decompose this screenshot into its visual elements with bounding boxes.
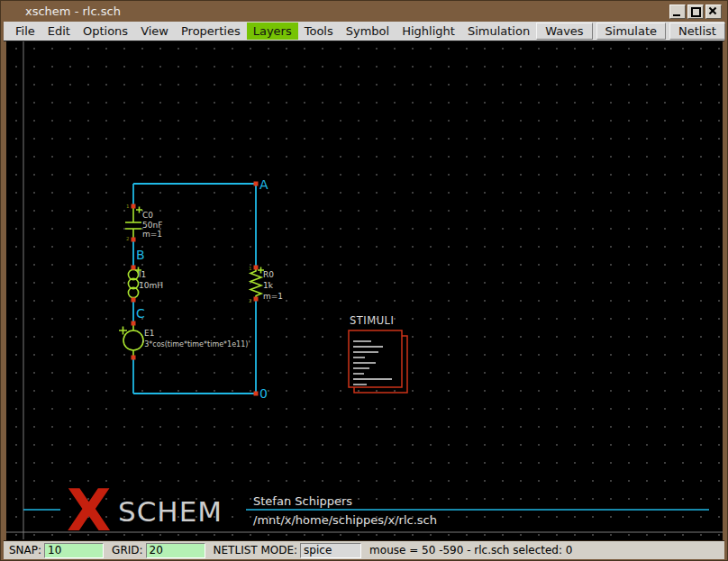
maximize-button[interactable]: [687, 5, 704, 19]
menu-options[interactable]: Options: [77, 23, 134, 40]
menu-layers[interactable]: Layers: [247, 23, 298, 40]
node-label-gnd[interactable]: 0: [259, 386, 268, 401]
inductor-name[interactable]: l1: [139, 270, 146, 279]
waves-button[interactable]: Waves: [536, 23, 592, 40]
netlist-mode-label: NETLIST MODE:: [214, 544, 298, 556]
netlist-mode-input[interactable]: [300, 543, 361, 558]
snap-label: SNAP:: [9, 544, 41, 556]
netlist-button[interactable]: Netlist: [669, 23, 725, 40]
source-name[interactable]: E1: [144, 329, 154, 338]
window-controls: [669, 5, 722, 19]
resistor-value[interactable]: 1k: [263, 281, 274, 290]
node-label-b[interactable]: B: [136, 248, 145, 262]
capacitor-value[interactable]: 50nF: [142, 221, 162, 230]
stimuli-label: STIMULI: [350, 314, 394, 327]
title-block[interactable]: X SCHEM Stefan Schippers /mnt/x/home/sch…: [67, 477, 437, 540]
menu-edit[interactable]: Edit: [41, 23, 77, 40]
close-button[interactable]: [705, 5, 722, 19]
file-path-text: /mnt/x/home/schippes/x/rlc.sch: [253, 513, 437, 527]
mouse-status-text: mouse = 50 -590 - rlc.sch selected: 0: [369, 544, 572, 556]
resistor-symbol[interactable]: [250, 267, 264, 301]
menu-view[interactable]: View: [134, 23, 175, 40]
menu-file[interactable]: File: [9, 23, 41, 40]
svg-text:2: 2: [126, 236, 130, 241]
menu-highlight[interactable]: Highlight: [396, 23, 461, 40]
capacitor-symbol[interactable]: [125, 207, 142, 239]
svg-text:2: 2: [249, 298, 252, 303]
xschem-window: { "window": { "title": "xschem - rlc.sch…: [0, 0, 728, 561]
window-title: xschem - rlc.sch: [1, 5, 121, 18]
menubar: File Edit Options View Properties Layers…: [4, 22, 724, 41]
svg-text:1: 1: [249, 266, 252, 271]
titlebar[interactable]: xschem - rlc.sch: [1, 1, 727, 22]
resistor-name[interactable]: R0: [263, 270, 274, 279]
source-symbol[interactable]: [119, 324, 143, 357]
node-label-a[interactable]: A: [259, 177, 268, 192]
minimize-icon: [673, 14, 680, 16]
plus-mark: [136, 207, 142, 213]
menu-symbol[interactable]: Symbol: [340, 23, 396, 40]
resistor-mult[interactable]: m=1: [263, 292, 283, 301]
logo-x: X: [67, 477, 111, 540]
menu-tools[interactable]: Tools: [298, 23, 340, 40]
svg-text:1: 1: [126, 204, 130, 209]
sheet-frame: [6, 41, 723, 539]
capacitor-name[interactable]: C0: [142, 211, 153, 220]
inductor-value[interactable]: 10mH: [139, 281, 163, 290]
grid-label: GRID:: [112, 544, 142, 556]
schematic-canvas[interactable]: 1 2 1 2 A B C 0 C0 50nF m=1 l1 10mH R0 1…: [6, 41, 723, 540]
statusbar: SNAP: GRID: NETLIST MODE: mouse = 50 -59…: [4, 540, 724, 559]
simulate-button[interactable]: Simulate: [596, 23, 666, 40]
maximize-icon: [691, 7, 701, 17]
snap-input[interactable]: [44, 543, 104, 558]
menu-simulation[interactable]: Simulation: [461, 23, 536, 40]
capacitor-mult[interactable]: m=1: [142, 230, 162, 239]
node-label-c[interactable]: C: [136, 306, 145, 321]
stimuli-block[interactable]: STIMULI: [349, 314, 407, 393]
component-labels: C0 50nF m=1 l1 10mH R0 1k m=1 E1 '3*cos(…: [139, 211, 283, 348]
grid-input[interactable]: [146, 543, 205, 558]
logo-schem: SCHEM: [118, 495, 223, 528]
source-value[interactable]: '3*cos(time*time*time*1e11)': [142, 340, 250, 348]
minimize-button[interactable]: [669, 5, 686, 19]
author-text: Stefan Schippers: [253, 494, 352, 508]
menu-properties[interactable]: Properties: [175, 23, 247, 40]
